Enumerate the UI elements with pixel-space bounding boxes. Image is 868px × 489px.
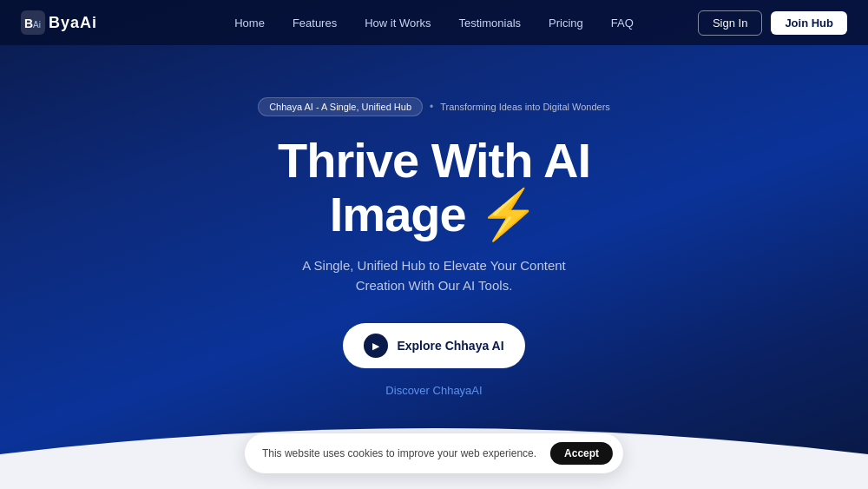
nav-features[interactable]: Features — [293, 17, 337, 30]
nav-faq[interactable]: FAQ — [611, 17, 634, 30]
cookie-banner: This website uses cookies to improve you… — [245, 433, 623, 473]
signin-button[interactable]: Sign In — [698, 10, 762, 36]
logo-text: ByaAi — [49, 14, 97, 32]
page-wrapper: B Ai ByaAi Home Features How it Works Te… — [0, 0, 868, 489]
cookie-accept-button[interactable]: Accept — [550, 442, 613, 465]
cta-label: Explore Chhaya AI — [397, 339, 503, 353]
nav-home[interactable]: Home — [234, 17, 265, 30]
discover-link[interactable]: Discover ChhayaAI — [385, 384, 482, 397]
svg-text:Ai: Ai — [33, 20, 41, 30]
nav-pricing[interactable]: Pricing — [549, 17, 583, 30]
svg-text:B: B — [24, 17, 33, 30]
cookie-message: This website uses cookies to improve you… — [262, 447, 536, 459]
hero-subtitle-line1: A Single, Unified Hub to Elevate Your Co… — [302, 258, 566, 273]
navbar: B Ai ByaAi Home Features How it Works Te… — [0, 0, 868, 45]
badge-tagline: Transforming Ideas into Digital Wonders — [440, 102, 610, 112]
logo-icon: B Ai — [21, 10, 45, 35]
hero-content: Chhaya AI - A Single, Unified Hub • Tran… — [0, 45, 868, 397]
hero-subtitle: A Single, Unified Hub to Elevate Your Co… — [302, 256, 566, 295]
hero-badge: Chhaya AI - A Single, Unified Hub — [258, 97, 423, 116]
hero-subtitle-line2: Creation With Our AI Tools. — [356, 278, 513, 293]
nav-actions: Sign In Join Hub — [698, 10, 847, 36]
logo[interactable]: B Ai ByaAi — [21, 10, 97, 35]
hero-title-line1: Thrive With AI — [278, 133, 590, 188]
hero-title: Thrive With AI Image ⚡ — [278, 134, 590, 241]
nav-how-it-works[interactable]: How it Works — [365, 17, 431, 30]
hero-title-line2: Image ⚡ — [330, 187, 538, 241]
nav-testimonials[interactable]: Testimonials — [459, 17, 522, 30]
badge-row: Chhaya AI - A Single, Unified Hub • Tran… — [258, 97, 610, 116]
play-icon: ▶ — [364, 334, 388, 358]
nav-links: Home Features How it Works Testimonials … — [234, 17, 634, 30]
badge-separator: • — [430, 101, 433, 113]
explore-cta-button[interactable]: ▶ Explore Chhaya AI — [343, 323, 524, 368]
join-hub-button[interactable]: Join Hub — [771, 11, 847, 35]
